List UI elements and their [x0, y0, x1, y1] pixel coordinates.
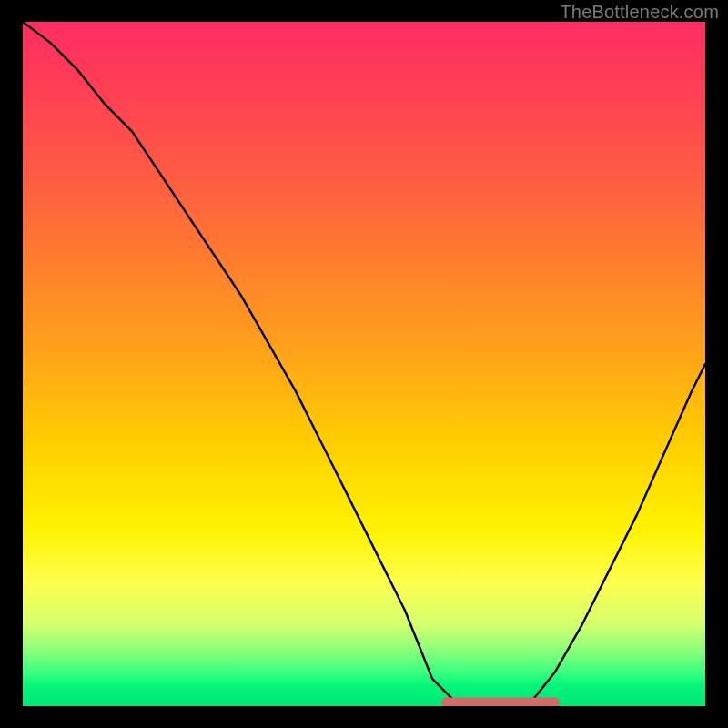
watermark-text: TheBottleneck.com	[560, 2, 719, 23]
chart-stage: TheBottleneck.com	[0, 0, 728, 728]
plot-area	[23, 22, 705, 706]
